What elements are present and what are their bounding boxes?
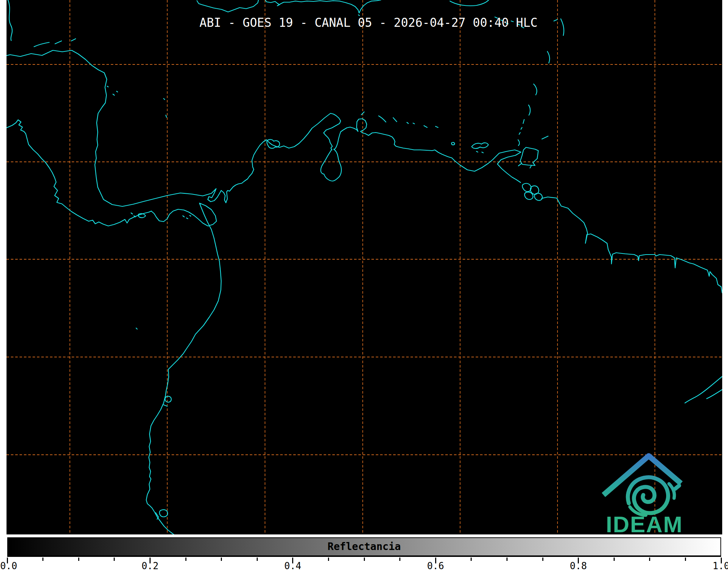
- ideam-logo-text: IDEAM: [606, 512, 683, 537]
- colorbar: Reflectancia: [7, 537, 721, 557]
- colorbar-minor-tick: [685, 558, 686, 561]
- colorbar-minor-tick: [114, 558, 115, 561]
- colorbar-tick-label: 1.0: [713, 561, 728, 571]
- colorbar-minor-tick: [649, 558, 650, 561]
- colorbar-tick-label: 0.6: [427, 561, 444, 571]
- colorbar-label: Reflectancia: [8, 538, 720, 555]
- colorbar-minor-tick: [78, 558, 79, 561]
- colorbar-minor-tick: [471, 558, 472, 561]
- colorbar-minor-tick: [364, 558, 365, 561]
- map-background: [7, 0, 722, 534]
- colorbar-minor-tick: [221, 558, 222, 561]
- satellite-product-page: { "title": "ABI - GOES 19 - CANAL 05 - 2…: [0, 0, 728, 571]
- colorbar-minor-tick: [614, 558, 615, 561]
- colorbar-minor-tick: [328, 558, 329, 561]
- colorbar-tick-label: 0.0: [0, 561, 17, 571]
- colorbar-tick-label: 0.4: [284, 561, 301, 571]
- colorbar-minor-tick: [506, 558, 508, 561]
- colorbar-minor-tick: [542, 558, 543, 561]
- colorbar-tick-label: 0.2: [142, 561, 159, 571]
- colorbar-minor-tick: [42, 558, 43, 561]
- colorbar-minor-tick: [399, 558, 400, 561]
- map-title: ABI - GOES 19 - CANAL 05 - 2026-04-27 00…: [199, 16, 538, 30]
- colorbar-tick-label: 0.8: [570, 561, 587, 571]
- satellite-map: ABI - GOES 19 - CANAL 05 - 2026-04-27 00…: [0, 0, 728, 571]
- colorbar-minor-tick: [257, 558, 258, 561]
- colorbar-minor-tick: [185, 558, 186, 561]
